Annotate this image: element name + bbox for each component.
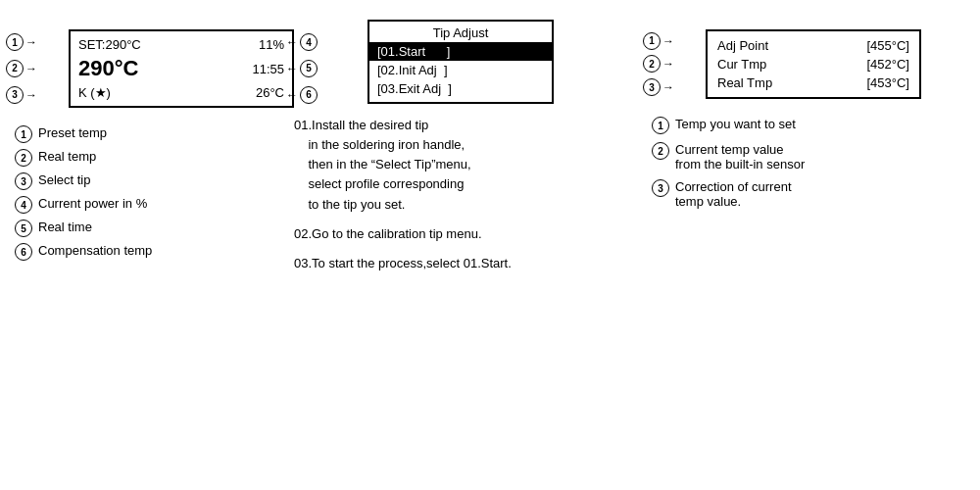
legend-text-5: Real time [38,220,92,234]
tip-menu-item-03[interactable]: [03.Exit Adj ] [369,79,552,98]
adj-display-box: Adj Point [455°C] Cur Tmp [452°C] Real T… [706,29,921,99]
tip-menu-item-01[interactable]: [01.Start ] [369,42,552,61]
adj-arrow-right-2 [662,57,674,71]
tip-menu-item-02[interactable]: [02.Init Adj ] [369,61,552,79]
legend-circle-6: 6 [15,243,32,261]
instruction-01: 01.Install the desired tip in the solder… [294,116,627,215]
arrow-right-3 [25,88,37,102]
adj-circle-1: 1 [643,32,661,50]
adj-val-2: [452°C] [866,57,909,72]
arrow-3: 3 [6,86,37,104]
legend-item-5: 5 Real time [15,220,284,237]
display-row-1: SET:290°C 11% [78,35,284,54]
right-arrows: 4 5 6 [286,29,318,108]
time-val: 11:55 [252,62,284,76]
tip-val: K (★) [78,85,111,100]
legend-circle-5: 5 [15,220,32,237]
legend-text-2: Real temp [38,149,96,164]
arrow-6: 6 [286,86,318,104]
arrow-4: 4 [286,33,318,51]
real-temp-val: 290°C [78,56,138,81]
legend-item-1: 1 Preset temp [15,125,284,143]
legend-text-3: Select tip [38,172,90,187]
legend-item-6: 6 Compensation temp [15,243,284,261]
circle-6: 6 [300,86,318,104]
adj-legend-list: 1 Temp you want to set 2 Current temp va… [647,117,970,209]
legend-item-4: 4 Current power in % [15,196,284,214]
adj-val-1: [455°C] [866,38,909,53]
arrow-left-5 [286,62,298,75]
display-row-2: 290°C 11:55 [78,54,284,83]
preset-label: SET:290°C [78,37,141,52]
arrow-left-6 [286,88,298,102]
legend-item-3: 3 Select tip [15,172,284,190]
arrow-1: 1 [6,33,37,51]
legend-text-4: Current power in % [38,196,147,211]
adj-arrow-1: 1 [643,32,674,50]
display-box: SET:290°C 11% 290°C 11:55 K (★) 26°C [69,29,294,108]
power-val: 11% [259,37,284,52]
adj-arrow-right-3 [662,80,674,94]
circle-5: 5 [300,60,318,77]
adj-circle-3: 3 [643,78,661,96]
middle-section: Tip Adjust [01.Start ] [02.Init Adj ] [0… [284,20,637,470]
tip-adjust-title: Tip Adjust [369,25,552,40]
adj-left-arrows: 1 2 3 [643,29,674,99]
circle-1: 1 [6,33,24,51]
legend-circle-2: 2 [15,149,32,167]
adj-row-3: Real Tmp [453°C] [717,74,909,92]
arrow-right-1 [25,35,37,49]
instruction-03: 03.To start the process,select 01.Start. [294,254,627,273]
comp-val: 26°C [256,85,284,100]
arrow-right-2 [25,62,37,75]
right-section: 1 2 3 Adj Point [455°C] [637,20,970,470]
adj-arrow-right-1 [662,34,674,48]
main-layout: 1 2 3 SET:290°C 11% [0,0,980,490]
tip-adjust-box: Tip Adjust [01.Start ] [02.Init Adj ] [0… [368,20,554,104]
arrow-2: 2 [6,60,37,77]
adj-row-1: Adj Point [455°C] [717,36,909,55]
circle-2: 2 [6,60,24,77]
adj-label-1: Adj Point [717,38,768,53]
instruction-01-text: 01.Install the desired tip in the solder… [294,116,627,215]
instruction-03-text: 03.To start the process,select 01.Start. [294,254,627,273]
adj-legend-text-3: Correction of current temp value. [675,179,792,209]
legend-list: 1 Preset temp 2 Real temp 3 Select tip 4… [10,125,284,261]
adj-label-2: Cur Tmp [717,57,766,72]
arrow-left-4 [286,35,298,49]
instruction-02: 02.Go to the calibration tip menu. [294,224,627,244]
circle-3: 3 [6,86,24,104]
adj-row-2: Cur Tmp [452°C] [717,55,909,74]
adj-legend-text-2: Current temp value from the built-in sen… [675,142,805,172]
circle-4: 4 [300,33,318,51]
adj-legend-item-1: 1 Temp you want to set [652,117,970,134]
instruction-02-text: 02.Go to the calibration tip menu. [294,224,627,244]
adj-legend-circle-2: 2 [652,142,669,160]
adj-legend-item-2: 2 Current temp value from the built-in s… [652,142,970,172]
legend-text-6: Compensation temp [38,243,152,258]
legend-circle-1: 1 [15,125,32,143]
adj-legend-circle-3: 3 [652,179,669,197]
legend-circle-3: 3 [15,172,32,190]
left-arrows: 1 2 3 [6,29,37,108]
instructions: 01.Install the desired tip in the solder… [294,116,627,283]
adj-arrow-3: 3 [643,78,674,96]
adj-legend-text-1: Temp you want to set [675,117,796,131]
adj-circle-2: 2 [643,55,661,73]
legend-circle-4: 4 [15,196,32,214]
left-section: 1 2 3 SET:290°C 11% [10,20,284,470]
legend-text-1: Preset temp [38,125,107,140]
display-row-3: K (★) 26°C [78,83,284,102]
adj-legend-circle-1: 1 [652,117,669,134]
adj-val-3: [453°C] [866,75,909,90]
legend-item-2: 2 Real temp [15,149,284,167]
adj-label-3: Real Tmp [717,75,772,90]
adj-arrow-2: 2 [643,55,674,73]
arrow-5: 5 [286,60,318,77]
adj-legend-item-3: 3 Correction of current temp value. [652,179,970,209]
